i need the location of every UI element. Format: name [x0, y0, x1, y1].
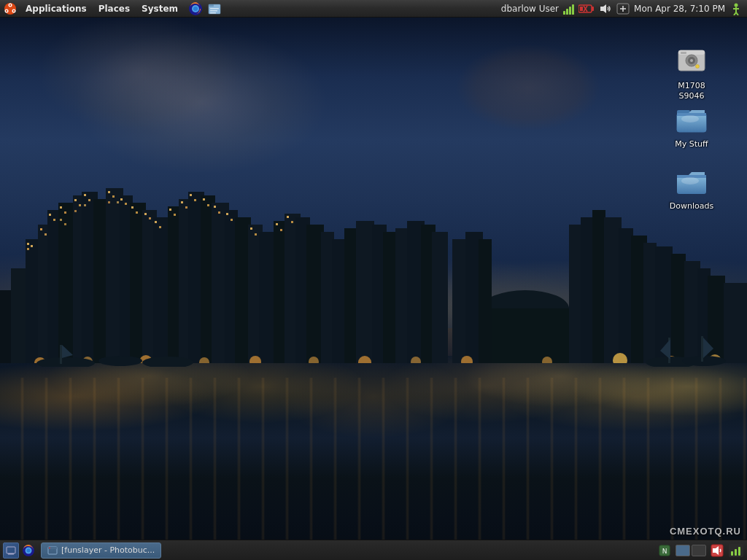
- hdd-icon-svg: [676, 44, 708, 77]
- svg-rect-68: [84, 194, 86, 196]
- svg-point-166: [681, 115, 699, 122]
- hdd-icon-image: [674, 43, 709, 78]
- file-manager-launcher[interactable]: [207, 1, 222, 16]
- svg-line-154: [736, 12, 738, 15]
- svg-rect-143: [580, 7, 583, 11]
- svg-rect-77: [125, 203, 127, 205]
- svg-point-159: [690, 59, 693, 62]
- show-desktop-button[interactable]: [3, 542, 19, 559]
- svg-rect-185: [738, 547, 740, 556]
- svg-rect-75: [108, 201, 110, 203]
- svg-rect-98: [276, 223, 278, 225]
- systray-nm[interactable]: [728, 542, 744, 559]
- desktop-icon-hdd[interactable]: M1708 S9046: [662, 40, 721, 105]
- signal-bar-2: [566, 9, 568, 15]
- username-display: dbarlow User: [501, 4, 559, 14]
- downloads-icon-label: Downloads: [670, 201, 713, 211]
- workspace-2[interactable]: [692, 545, 706, 556]
- svg-rect-88: [190, 194, 192, 196]
- window-task-label: [funslayer - Photobuc...: [61, 545, 155, 555]
- svg-rect-93: [218, 211, 220, 214]
- svg-rect-91: [207, 204, 209, 206]
- workspace-switcher: [676, 545, 706, 556]
- svg-rect-63: [64, 211, 66, 214]
- firefox-launcher[interactable]: [188, 1, 203, 16]
- svg-rect-57: [31, 245, 33, 247]
- svg-rect-76: [120, 198, 123, 201]
- svg-point-119: [142, 357, 193, 367]
- cloud-2: [36, 15, 241, 131]
- network-manager-icon[interactable]: [616, 3, 630, 15]
- svg-point-150: [735, 3, 738, 7]
- desktop-icon-downloads[interactable]: Downloads: [662, 160, 721, 214]
- svg-rect-183: [731, 551, 733, 556]
- svg-rect-69: [88, 199, 90, 201]
- taskbar-right-area: dbarlow User: [501, 2, 747, 15]
- svg-rect-94: [226, 213, 228, 215]
- svg-rect-79: [136, 211, 138, 214]
- svg-rect-124: [701, 336, 703, 362]
- svg-rect-142: [592, 7, 594, 11]
- svg-point-115: [36, 357, 95, 367]
- svg-rect-161: [681, 52, 686, 54]
- svg-marker-122: [660, 339, 670, 359]
- mystuff-icon-image: [674, 101, 709, 136]
- taskbar-left-area: Applications Places System: [0, 0, 224, 17]
- svg-rect-86: [181, 201, 183, 203]
- signal-strength-icon: [563, 3, 574, 15]
- svg-point-177: [49, 547, 50, 548]
- signal-bar-1: [563, 11, 565, 15]
- taskbar-top: Applications Places System: [0, 0, 747, 18]
- svg-rect-84: [169, 209, 171, 211]
- svg-rect-81: [149, 217, 151, 219]
- svg-rect-137: [209, 4, 214, 7]
- svg-rect-100: [287, 216, 289, 218]
- svg-rect-58: [40, 228, 42, 230]
- svg-rect-71: [74, 210, 77, 212]
- places-menu[interactable]: Places: [93, 0, 136, 17]
- svg-rect-97: [255, 233, 257, 236]
- svg-rect-70: [84, 204, 86, 206]
- svg-rect-60: [49, 214, 51, 216]
- svg-rect-87: [185, 206, 187, 209]
- signal-bar-4: [572, 4, 574, 15]
- taskbar-firefox-icon[interactable]: [20, 542, 36, 559]
- datetime-display: Mon Apr 28, 7:10 PM: [634, 4, 725, 14]
- window-task-funslayer[interactable]: [funslayer - Photobuc...: [41, 542, 161, 559]
- svg-rect-140: [210, 12, 216, 14]
- svg-rect-65: [64, 223, 66, 225]
- desktop-icon-mystuff[interactable]: My Stuff: [662, 98, 721, 152]
- svg-marker-117: [62, 345, 73, 358]
- applications-menu[interactable]: Applications: [20, 0, 93, 17]
- svg-rect-78: [131, 206, 133, 209]
- svg-rect-64: [60, 219, 62, 221]
- svg-point-160: [696, 65, 700, 69]
- svg-rect-96: [250, 228, 252, 230]
- svg-rect-138: [210, 8, 219, 9]
- workspace-1[interactable]: [676, 545, 690, 556]
- svg-point-174: [27, 548, 31, 552]
- taskbar-bottom: [funslayer - Photobuc... N: [0, 540, 747, 560]
- taskbar-bottom-right: N: [657, 542, 747, 559]
- svg-rect-55: [27, 243, 29, 245]
- svg-rect-95: [231, 219, 233, 221]
- system-menu[interactable]: System: [136, 0, 184, 17]
- mystuff-icon-label: My Stuff: [675, 139, 708, 149]
- systray-icon-1[interactable]: N: [657, 542, 673, 559]
- svg-rect-90: [203, 198, 205, 201]
- cloud-3: [455, 44, 601, 131]
- svg-rect-62: [60, 206, 62, 209]
- svg-rect-72: [108, 191, 110, 193]
- svg-rect-85: [174, 214, 176, 216]
- ubuntu-menu-icon[interactable]: [3, 1, 18, 16]
- signal-bar-3: [569, 7, 571, 15]
- svg-point-118: [98, 356, 142, 366]
- accessibility-icon[interactable]: [729, 2, 743, 15]
- boats: [0, 323, 747, 367]
- svg-rect-59: [44, 233, 47, 236]
- desktop: CMEXOTQ.RU: [0, 0, 747, 560]
- svg-point-169: [681, 177, 699, 184]
- battery-svg: [578, 4, 595, 14]
- systray-volume[interactable]: [709, 542, 725, 559]
- volume-icon[interactable]: [599, 3, 612, 15]
